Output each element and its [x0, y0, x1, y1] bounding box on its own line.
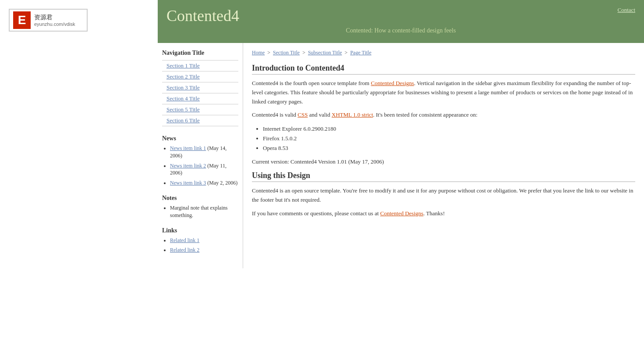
- breadcrumb-subsection[interactable]: Subsection Title: [308, 50, 342, 56]
- breadcrumb-page[interactable]: Page Title: [350, 50, 371, 56]
- header-contact-link[interactable]: Contact: [618, 7, 635, 14]
- css-link[interactable]: CSS: [297, 111, 308, 118]
- nav-link-3[interactable]: Section 3 Title: [162, 82, 238, 93]
- nav-item: Section 1 Title: [162, 61, 238, 71]
- contented-designs-link-2[interactable]: Contented Designs: [380, 210, 424, 217]
- using-para1: Contented4 is an open source template. Y…: [252, 186, 635, 205]
- news-link-1[interactable]: News item link 1: [170, 145, 206, 151]
- browser-item-3: Opera 8.53: [263, 143, 635, 153]
- notes-item-1: Marginal note that explains something.: [170, 204, 238, 219]
- nav-link-1[interactable]: Section 1 Title: [162, 61, 238, 71]
- intro-para2: Contented4 is valid CSS and valid XHTML …: [252, 110, 635, 120]
- links-list: Related link 1 Related link 2: [170, 237, 238, 254]
- browser-item-2: Firefox 1.5.0.2: [263, 134, 635, 143]
- related-link-item-2: Related link 2: [170, 246, 238, 254]
- logo-url: eyunzhu.com/vdisk: [34, 21, 75, 27]
- logo-text: 资源君 eyunzhu.com/vdisk: [34, 13, 75, 27]
- nav-item: Section 3 Title: [162, 82, 238, 93]
- breadcrumb-home[interactable]: Home: [252, 50, 265, 56]
- intro-para2-suffix: . It's been tested for consistent appear…: [373, 111, 478, 118]
- links-title: Links: [162, 227, 238, 234]
- news-item-3: News item link 3 (May 2, 2006): [170, 179, 238, 187]
- intro-para1: Contented4 is the fourth open source tem…: [252, 79, 635, 106]
- site-header: Contact Contented4 Contented: How a cont…: [158, 0, 644, 43]
- nav-link-6[interactable]: Section 6 Title: [162, 115, 238, 126]
- breadcrumb-sep-2: >: [302, 50, 307, 56]
- browser-list: Internet Explorer 6.0.2900.2180 Firefox …: [263, 124, 635, 153]
- breadcrumb-sep-3: >: [345, 50, 349, 56]
- site-title: Contented4: [166, 7, 635, 25]
- breadcrumb: Home > Section Title > Subsection Title …: [252, 47, 635, 58]
- nav-links: Section 1 Title Section 2 Title Section …: [162, 60, 238, 126]
- nav-item: Section 4 Title: [162, 93, 238, 104]
- intro-heading: Introduction to Contented4: [252, 64, 635, 75]
- nav-item: Section 6 Title: [162, 115, 238, 126]
- related-link-1[interactable]: Related link 1: [170, 237, 199, 243]
- nav-item: Section 5 Title: [162, 104, 238, 115]
- nav-link-4[interactable]: Section 4 Title: [162, 93, 238, 104]
- logo-icon: E: [13, 11, 31, 29]
- nav-title: Navigation Title: [162, 50, 238, 57]
- using-heading: Using this Design: [252, 171, 635, 182]
- news-item-1: News item link 1 (May 14, 2006): [170, 145, 238, 160]
- browser-item-1: Internet Explorer 6.0.2900.2180: [263, 124, 635, 134]
- breadcrumb-section[interactable]: Section Title: [273, 50, 300, 56]
- logo-box: E 资源君 eyunzhu.com/vdisk: [9, 9, 88, 32]
- news-link-2[interactable]: News item link 2: [170, 163, 206, 169]
- using-para2-suffix: . Thanks!: [423, 210, 445, 217]
- main-content: Home > Section Title > Subsection Title …: [243, 43, 644, 232]
- news-link-3[interactable]: News item link 3: [170, 180, 206, 186]
- notes-title: Notes: [162, 195, 238, 202]
- sidebar: Navigation Title Section 1 Title Section…: [158, 43, 243, 268]
- news-item-2: News item link 2 (May 11, 2006): [170, 162, 238, 177]
- intro-para2-prefix: Contented4 is valid: [252, 111, 297, 118]
- using-para2-prefix: If you have comments or questions, pleas…: [252, 210, 380, 217]
- nav-link-2[interactable]: Section 2 Title: [162, 71, 238, 82]
- xhtml-link[interactable]: XHTML 1.0 strict: [332, 111, 373, 118]
- nav-item: Section 2 Title: [162, 71, 238, 82]
- site-subtitle: Contented: How a content-filled design f…: [166, 27, 635, 34]
- notes-list: Marginal note that explains something.: [170, 204, 238, 219]
- using-para2: If you have comments or questions, pleas…: [252, 209, 635, 218]
- intro-para2-mid: and valid: [308, 111, 332, 118]
- logo-area: E 资源君 eyunzhu.com/vdisk: [9, 9, 96, 32]
- news-date-3: (May 2, 2006): [207, 180, 237, 186]
- related-link-item-1: Related link 1: [170, 237, 238, 244]
- logo-chinese: 资源君: [34, 13, 75, 21]
- breadcrumb-sep-1: >: [267, 50, 272, 56]
- contented-designs-link-1[interactable]: Contented Designs: [371, 80, 414, 86]
- content-layout: Navigation Title Section 1 Title Section…: [158, 43, 644, 268]
- nav-link-5[interactable]: Section 5 Title: [162, 104, 238, 115]
- version-text: Current version: Contented4 Version 1.01…: [252, 157, 635, 167]
- news-title: News: [162, 135, 238, 142]
- related-link-2[interactable]: Related link 2: [170, 247, 199, 253]
- intro-para1-prefix: Contented4 is the fourth open source tem…: [252, 80, 371, 86]
- news-list: News item link 1 (May 14, 2006) News ite…: [170, 145, 238, 187]
- main-wrapper: Contact Contented4 Contented: How a cont…: [158, 0, 644, 342]
